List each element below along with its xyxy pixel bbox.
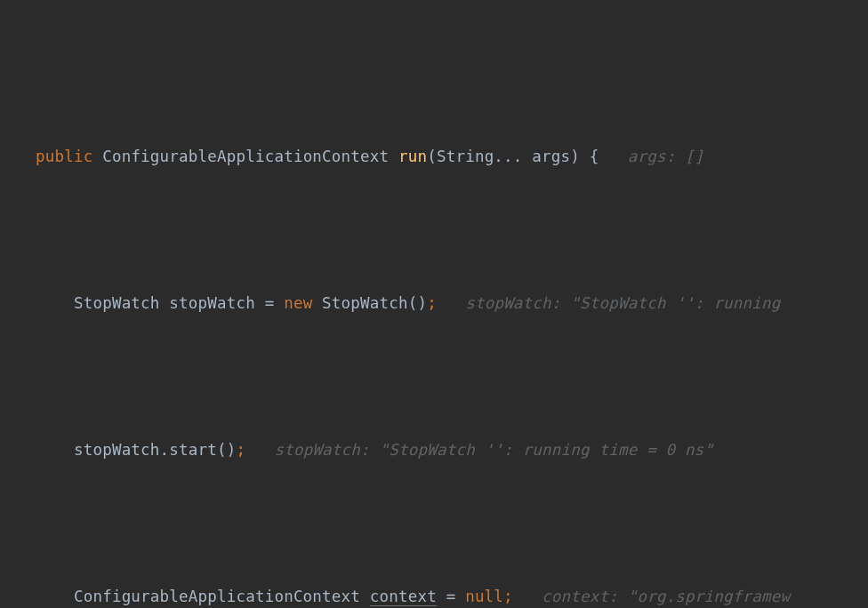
code-editor[interactable]: public ConfigurableApplicationContext ru… <box>0 0 868 608</box>
code-line[interactable]: StopWatch stopWatch = new StopWatch(); s… <box>0 289 868 318</box>
code-line[interactable]: public ConfigurableApplicationContext ru… <box>0 142 868 172</box>
code-text: = <box>437 588 465 605</box>
inline-hint: stopWatch: "StopWatch '': running time =… <box>274 441 713 459</box>
code-text: StopWatch stopWatch = <box>74 294 284 312</box>
semicolon: ; <box>503 588 513 605</box>
semicolon: ; <box>236 441 245 459</box>
keyword-new: new <box>284 294 312 312</box>
params: (String... args) { <box>427 148 599 165</box>
code-text: ConfigurableApplicationContext <box>74 588 370 605</box>
code-text: StopWatch() <box>312 294 427 312</box>
code-line[interactable]: stopWatch.start(); stopWatch: "StopWatch… <box>0 436 868 465</box>
method-name: run <box>398 148 427 165</box>
keyword-null: null <box>465 588 503 605</box>
semicolon: ; <box>427 294 437 312</box>
code-text: stopWatch.start() <box>74 441 237 459</box>
code-line[interactable]: ConfigurableApplicationContext context =… <box>0 582 868 608</box>
variable-context: context <box>370 588 437 605</box>
inline-hint: context: "org.springframew <box>542 588 790 605</box>
keyword-public: public <box>36 148 92 165</box>
inline-hint: args: [] <box>628 148 704 165</box>
return-type: ConfigurableApplicationContext <box>102 148 389 165</box>
inline-hint: stopWatch: "StopWatch '': running <box>465 294 780 312</box>
